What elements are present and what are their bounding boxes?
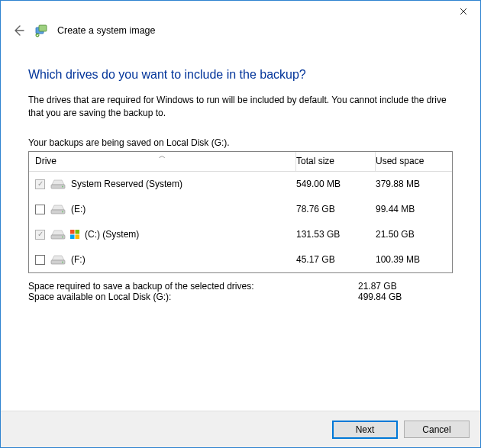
drive-cell: (F:) — [29, 253, 296, 266]
space-available-value: 499.84 GB — [358, 292, 453, 302]
svg-rect-1 — [39, 25, 47, 31]
titlebar — [1, 1, 480, 24]
drive-icon — [50, 203, 66, 215]
drive-cell: ✓(C:) (System) — [29, 228, 296, 240]
wizard-title: Create a system image — [57, 25, 156, 36]
drives-table: Drive ︿ Total size Used space ✓System Re… — [28, 151, 453, 273]
cancel-button[interactable]: Cancel — [404, 421, 470, 438]
next-button[interactable]: Next — [332, 421, 398, 439]
system-image-icon — [34, 24, 48, 37]
drive-label: (F:) — [71, 254, 86, 265]
svg-rect-10 — [76, 230, 80, 234]
table-row: (E:)78.76 GB99.44 MB — [29, 197, 452, 222]
drive-icon — [50, 178, 66, 190]
page-description: The drives that are required for Windows… — [28, 94, 453, 121]
table-row: ✓System Reserved (System)549.00 MB379.88… — [29, 172, 452, 197]
footer: Next Cancel — [1, 411, 480, 447]
checkmark-icon: ✓ — [37, 180, 44, 188]
total-size-cell: 78.76 GB — [296, 204, 376, 214]
saving-location-text: Your backups are being saved on Local Di… — [28, 137, 453, 148]
svg-point-14 — [62, 262, 63, 263]
used-space-cell: 21.50 GB — [376, 229, 452, 240]
table-header: Drive ︿ Total size Used space — [29, 152, 452, 172]
svg-point-6 — [62, 211, 63, 213]
checkmark-icon: ✓ — [37, 230, 44, 238]
space-available-label: Space available on Local Disk (G:): — [28, 292, 358, 302]
drive-checkbox: ✓ — [35, 230, 45, 240]
space-required-label: Space required to save a backup of the s… — [28, 281, 358, 292]
drive-cell: (E:) — [29, 203, 296, 215]
svg-point-4 — [62, 186, 63, 188]
drive-checkbox[interactable] — [35, 255, 45, 265]
svg-rect-12 — [76, 235, 80, 240]
drive-icon — [50, 228, 66, 240]
page-heading: Which drives do you want to include in t… — [28, 68, 453, 82]
close-button[interactable] — [446, 1, 480, 22]
used-space-cell: 379.88 MB — [376, 179, 452, 189]
total-size-cell: 549.00 MB — [296, 179, 376, 189]
drive-checkbox[interactable] — [35, 205, 45, 214]
column-header-drive[interactable]: Drive ︿ — [29, 152, 296, 171]
drive-label: (C:) (System) — [85, 229, 139, 240]
windows-logo-icon — [69, 229, 80, 240]
svg-rect-11 — [70, 235, 75, 240]
wizard-header: Create a system image — [1, 24, 480, 44]
drive-icon — [50, 253, 66, 266]
content-area: Which drives do you want to include in t… — [1, 44, 480, 411]
total-size-cell: 131.53 GB — [296, 229, 376, 240]
drive-cell: ✓System Reserved (System) — [29, 178, 296, 190]
table-row: (F:)45.17 GB100.39 MB — [29, 247, 452, 272]
close-icon — [460, 8, 467, 15]
total-size-cell: 45.17 GB — [296, 254, 376, 265]
summary: Space required to save a backup of the s… — [28, 281, 453, 302]
column-header-used[interactable]: Used space — [376, 156, 452, 166]
used-space-cell: 100.39 MB — [376, 254, 452, 265]
used-space-cell: 99.44 MB — [376, 204, 452, 214]
drive-label: System Reserved (System) — [71, 179, 182, 189]
drive-checkbox: ✓ — [35, 179, 45, 189]
table-row: ✓(C:) (System)131.53 GB21.50 GB — [29, 222, 452, 247]
drive-label: (E:) — [71, 204, 86, 214]
svg-point-8 — [62, 237, 63, 238]
space-required-value: 21.87 GB — [358, 281, 453, 292]
column-header-total[interactable]: Total size — [296, 152, 376, 171]
svg-rect-9 — [70, 230, 75, 234]
back-button[interactable] — [11, 24, 25, 37]
sort-indicator-icon: ︿ — [159, 151, 166, 161]
